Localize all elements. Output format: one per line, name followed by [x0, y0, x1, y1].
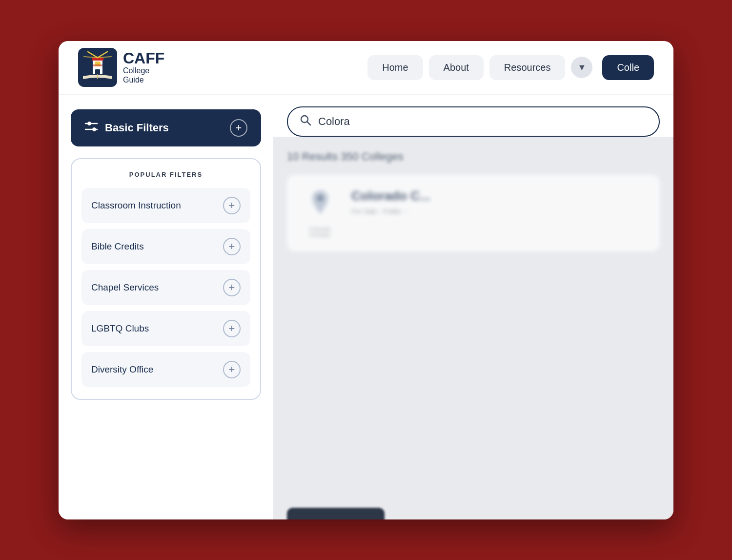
filter-label-bible-credits: Bible Credits	[91, 241, 144, 252]
bottom-bar	[287, 508, 673, 519]
nav-home[interactable]: Home	[367, 55, 423, 80]
search-input[interactable]	[318, 115, 647, 128]
logo-icon	[78, 48, 117, 87]
filter-item-diversity-office[interactable]: Diversity Office +	[81, 352, 250, 387]
svg-line-11	[307, 122, 311, 125]
logo-area: CAFF CollegeGuide	[78, 48, 164, 87]
sidebar: Basic Filters + POPULAR FILTERS Classroo…	[59, 95, 273, 519]
filter-item-bible-credits[interactable]: Bible Credits +	[81, 229, 250, 264]
filter-item-classroom-instruction[interactable]: Classroom Instruction +	[81, 188, 250, 223]
svg-rect-4	[95, 69, 100, 74]
filter-add-chapel-services-icon: +	[223, 279, 241, 296]
nav-cta-button[interactable]: Colle	[602, 55, 654, 80]
results-area: 10 Results 350 Colleges Colorado Christi…	[273, 137, 673, 519]
filter-add-diversity-office-icon: +	[223, 361, 241, 378]
svg-point-12	[317, 195, 323, 201]
popular-filters-card: POPULAR FILTERS Classroom Instruction + …	[71, 158, 261, 400]
nav-resources[interactable]: Resources	[489, 55, 566, 80]
nav-dropdown-button[interactable]: ▼	[571, 57, 592, 78]
basic-filters-button[interactable]: Basic Filters +	[71, 109, 261, 146]
college-icon-label: Colorado Christian	[301, 226, 340, 238]
results-count: 10 Results 350 Colleges	[287, 150, 660, 163]
college-icon-area: Colorado Christian	[301, 188, 340, 238]
college-detail: For Sale · Public ···	[351, 207, 646, 215]
logo-subtitle: CollegeGuide	[123, 66, 164, 84]
filter-add-lgbtq-clubs-icon: +	[223, 320, 241, 337]
bottom-action-btn	[287, 508, 385, 519]
right-panel: 10 Results 350 Colleges Colorado Christi…	[273, 95, 673, 519]
college-map-icon	[308, 188, 332, 222]
search-bar	[287, 106, 660, 137]
filter-sliders-icon	[84, 120, 98, 136]
filter-label-classroom-instruction: Classroom Instruction	[91, 200, 181, 211]
basic-filters-label: Basic Filters	[105, 122, 169, 134]
nav-about[interactable]: About	[429, 55, 484, 80]
filter-item-chapel-services[interactable]: Chapel Services +	[81, 270, 250, 305]
logo-title: CAFF	[123, 50, 164, 66]
svg-rect-5	[93, 64, 102, 66]
filter-add-bible-credits-icon: +	[223, 238, 241, 255]
college-name: Colorado C...	[351, 188, 646, 204]
main-nav: Home About Resources ▼ Colle	[367, 55, 654, 80]
popular-filters-title: POPULAR FILTERS	[81, 171, 250, 178]
search-icon	[300, 114, 311, 129]
browser-frame: CAFF CollegeGuide Home About Resources ▼…	[59, 41, 673, 519]
header: CAFF CollegeGuide Home About Resources ▼…	[59, 41, 673, 95]
filter-add-classroom-instruction-icon: +	[223, 197, 241, 214]
main-content: Basic Filters + POPULAR FILTERS Classroo…	[59, 95, 673, 519]
search-bar-wrapper	[273, 95, 673, 137]
filter-label-chapel-services: Chapel Services	[91, 282, 159, 293]
logo-text: CAFF CollegeGuide	[123, 50, 164, 84]
college-card: Colorado Christian Colorado C... For Sal…	[287, 175, 660, 251]
college-info: Colorado C... For Sale · Public ···	[351, 188, 646, 238]
svg-point-7	[88, 122, 91, 125]
basic-filters-left: Basic Filters	[84, 120, 169, 136]
svg-point-9	[93, 127, 96, 131]
filter-label-diversity-office: Diversity Office	[91, 364, 153, 375]
basic-filters-expand-icon: +	[230, 119, 247, 137]
filter-item-lgbtq-clubs[interactable]: LGBTQ Clubs +	[81, 311, 250, 346]
filter-label-lgbtq-clubs: LGBTQ Clubs	[91, 323, 149, 334]
